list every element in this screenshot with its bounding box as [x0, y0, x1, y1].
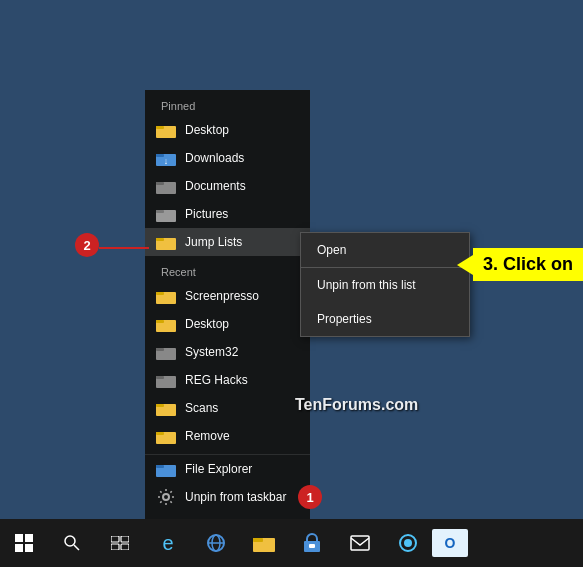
folder-icon-downloads: ↓: [155, 149, 177, 167]
svg-rect-20: [156, 404, 164, 407]
menu-item-unpin-taskbar-label: Unpin from taskbar: [185, 490, 286, 504]
menu-item-screenpresso[interactable]: Screenpresso: [145, 282, 310, 310]
menu-item-desktop[interactable]: Desktop: [145, 116, 310, 144]
menu-item-recent-desktop[interactable]: Desktop: [145, 310, 310, 338]
taskbar: e O: [0, 519, 583, 567]
search-button[interactable]: [48, 519, 96, 567]
start-menu: Pinned Desktop ↓ Downloads Documents Pic…: [145, 90, 310, 519]
outlook-letter: O: [445, 535, 456, 551]
taskbar-file-explorer-icon[interactable]: [240, 519, 288, 567]
svg-rect-30: [111, 544, 119, 550]
svg-line-27: [74, 545, 79, 550]
menu-item-scans[interactable]: Scans: [145, 394, 310, 422]
folder-icon-file-explorer: [155, 460, 177, 478]
taskbar-store-icon[interactable]: [288, 519, 336, 567]
folder-icon-recent-desktop: [155, 315, 177, 333]
menu-item-system32-label: System32: [185, 345, 238, 359]
callout-arrow: [457, 255, 473, 275]
svg-rect-10: [156, 238, 164, 241]
taskbar-ie-icon[interactable]: [192, 519, 240, 567]
taskbar-edge-icon[interactable]: e: [144, 519, 192, 567]
annotation-circle-1: 1: [298, 485, 322, 509]
svg-rect-8: [156, 210, 164, 213]
svg-rect-18: [156, 376, 164, 379]
menu-item-jumplists[interactable]: Jump Lists: [145, 228, 310, 256]
menu-item-desktop-label: Desktop: [185, 123, 229, 137]
menu-item-unpin-taskbar[interactable]: Unpin from taskbar: [145, 483, 310, 511]
desktop: Pinned Desktop ↓ Downloads Documents Pic…: [0, 0, 583, 567]
pinned-label: Pinned: [145, 90, 310, 116]
context-menu: Open Unpin from this list Properties: [300, 232, 470, 337]
watermark: TenForums.com: [295, 396, 418, 414]
taskbar-outlook-icon[interactable]: O: [432, 529, 468, 557]
recent-label: Recent: [145, 256, 310, 282]
menu-item-jumplists-label: Jump Lists: [185, 235, 242, 249]
menu-item-recent-desktop-label: Desktop: [185, 317, 229, 331]
context-menu-open[interactable]: Open: [301, 233, 469, 268]
annotation-arrow-2: [99, 247, 149, 249]
folder-icon-screenpresso: [155, 287, 177, 305]
callout-3: 3. Click on: [473, 248, 583, 281]
svg-rect-22: [156, 432, 164, 435]
taskbar-mail-icon[interactable]: [336, 519, 384, 567]
task-view-button[interactable]: [96, 519, 144, 567]
menu-item-reghacks[interactable]: REG Hacks: [145, 366, 310, 394]
menu-item-screenpresso-label: Screenpresso: [185, 289, 259, 303]
folder-icon-desktop: [155, 121, 177, 139]
menu-item-pictures[interactable]: Pictures: [145, 200, 310, 228]
menu-item-documents[interactable]: Documents: [145, 172, 310, 200]
svg-rect-36: [253, 538, 263, 542]
svg-rect-1: [156, 126, 164, 129]
menu-item-remove-label: Remove: [185, 429, 230, 443]
menu-item-file-explorer[interactable]: File Explorer: [145, 455, 310, 483]
callout-3-text: 3. Click on: [483, 254, 573, 274]
folder-icon-documents: [155, 177, 177, 195]
menu-item-downloads-label: Downloads: [185, 151, 244, 165]
svg-rect-31: [121, 544, 129, 550]
svg-rect-29: [121, 536, 129, 542]
windows-icon: [15, 534, 33, 552]
menu-item-reghacks-label: REG Hacks: [185, 373, 248, 387]
svg-text:↓: ↓: [164, 156, 169, 166]
svg-rect-24: [156, 465, 164, 468]
svg-point-26: [65, 536, 75, 546]
menu-item-system32[interactable]: System32: [145, 338, 310, 366]
menu-item-file-explorer-label: File Explorer: [185, 462, 252, 476]
folder-icon-remove: [155, 427, 177, 445]
svg-rect-38: [309, 544, 315, 548]
annotation-circle-2: 2: [75, 233, 99, 257]
folder-icon-reghacks: [155, 371, 177, 389]
folder-icon-system32: [155, 343, 177, 361]
svg-rect-6: [156, 182, 164, 185]
menu-bottom: File Explorer Unpin from taskbar: [145, 454, 310, 511]
svg-point-25: [163, 494, 169, 500]
menu-item-documents-label: Documents: [185, 179, 246, 193]
menu-item-pictures-label: Pictures: [185, 207, 228, 221]
svg-rect-14: [156, 320, 164, 323]
settings-icon: [155, 488, 177, 506]
menu-item-scans-label: Scans: [185, 401, 218, 415]
context-menu-properties[interactable]: Properties: [301, 302, 469, 336]
svg-rect-28: [111, 536, 119, 542]
context-menu-unpin[interactable]: Unpin from this list: [301, 268, 469, 302]
svg-rect-12: [156, 292, 164, 295]
svg-rect-16: [156, 348, 164, 351]
menu-item-remove[interactable]: Remove: [145, 422, 310, 450]
folder-icon-jumplists: [155, 233, 177, 251]
folder-icon-scans: [155, 399, 177, 417]
annotation-2-number: 2: [83, 238, 90, 253]
folder-icon-pictures: [155, 205, 177, 223]
svg-point-41: [404, 539, 412, 547]
start-button[interactable]: [0, 519, 48, 567]
svg-rect-39: [351, 536, 369, 550]
taskbar-cortana-icon[interactable]: [384, 519, 432, 567]
menu-item-downloads[interactable]: ↓ Downloads: [145, 144, 310, 172]
annotation-1-number: 1: [306, 490, 313, 505]
